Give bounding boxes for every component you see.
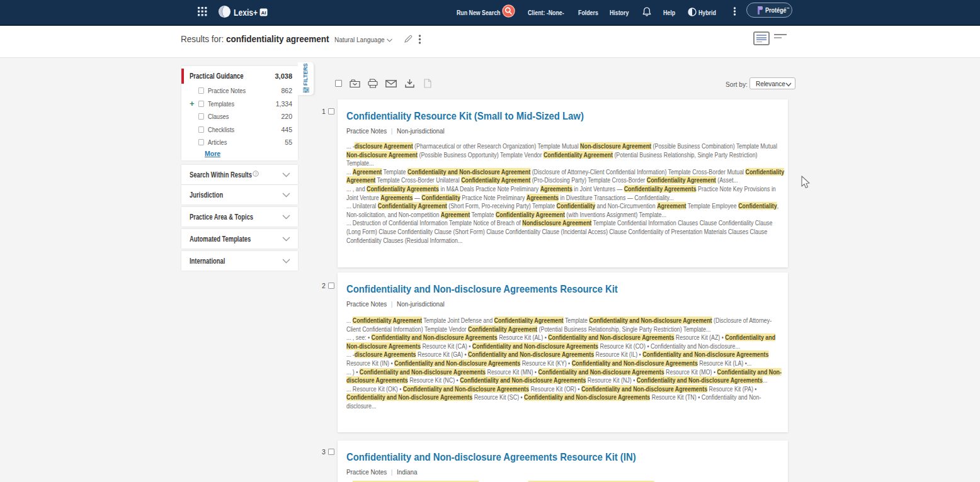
svg-text:?: ? xyxy=(254,172,257,176)
svg-text:AI: AI xyxy=(261,10,266,16)
